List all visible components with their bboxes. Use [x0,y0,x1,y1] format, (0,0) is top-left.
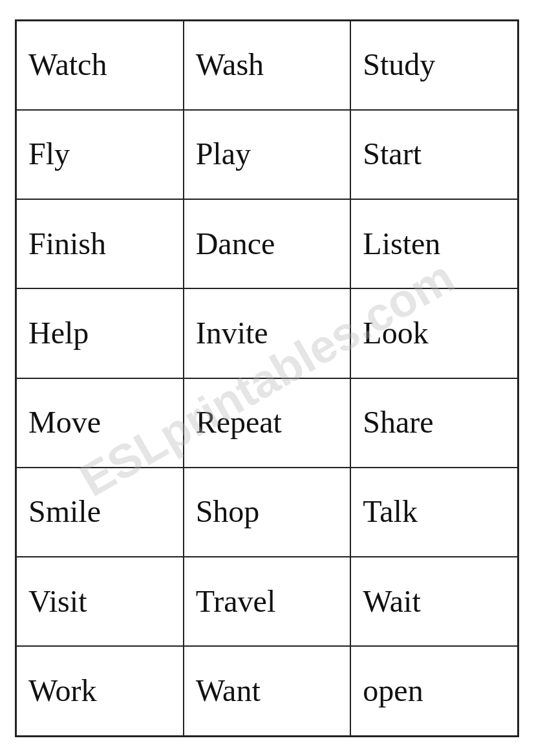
cell-11: Look [350,288,518,378]
cell-9: Help [16,288,184,378]
cell-17: Talk [350,468,518,557]
cell-12: Move [16,378,184,468]
word-grid: WatchWashStudyFlyPlayStartFinishDanceLis… [15,19,519,737]
cell-5: Start [350,110,518,199]
cell-4: Play [184,110,351,199]
cell-6: Finish [16,199,184,288]
cell-14: Share [350,378,518,468]
cell-23: open [350,646,518,735]
cell-16: Shop [184,468,351,557]
cell-19: Travel [184,557,351,646]
cell-3: Fly [16,110,184,199]
cell-0: Watch [16,21,184,110]
page: ESLprintables.com WatchWashStudyFlyPlayS… [0,0,534,756]
cell-10: Invite [184,288,351,378]
cell-18: Visit [16,557,184,646]
cell-8: Listen [350,199,518,288]
cell-20: Wait [350,557,518,646]
cell-21: Work [16,646,184,735]
cell-1: Wash [184,21,351,110]
cell-2: Study [350,21,518,110]
cell-15: Smile [16,468,184,557]
cell-13: Repeat [184,378,351,468]
cell-22: Want [184,646,351,735]
cell-7: Dance [184,199,351,288]
